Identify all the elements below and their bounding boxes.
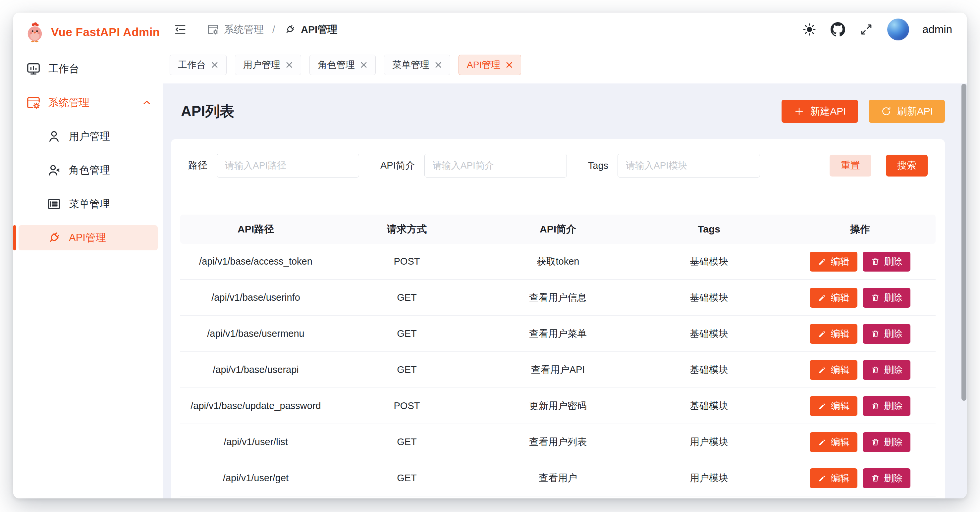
pencil-icon bbox=[818, 293, 827, 302]
trash-icon bbox=[871, 437, 880, 447]
edit-label: 编辑 bbox=[831, 255, 850, 268]
pencil-icon bbox=[818, 257, 827, 266]
close-icon[interactable] bbox=[286, 61, 293, 68]
chevron-up-icon[interactable] bbox=[141, 97, 153, 108]
edit-button[interactable]: 编辑 bbox=[810, 468, 858, 488]
edit-button[interactable]: 编辑 bbox=[810, 360, 858, 380]
fullscreen-icon[interactable] bbox=[859, 22, 874, 37]
edit-label: 编辑 bbox=[831, 328, 850, 340]
sidebar: Vue FastAPI Admin 工作台 bbox=[13, 13, 163, 498]
avatar[interactable] bbox=[887, 19, 909, 40]
path-filter-input[interactable] bbox=[217, 154, 359, 178]
scrollbar[interactable] bbox=[961, 84, 966, 401]
delete-button[interactable]: 删除 bbox=[863, 288, 910, 308]
search-button[interactable]: 搜索 bbox=[886, 155, 928, 176]
sidebar-item-label: 系统管理 bbox=[48, 96, 89, 110]
column-api-path: API路径 bbox=[180, 223, 331, 236]
tags-filter-input[interactable] bbox=[617, 154, 760, 178]
edit-button[interactable]: 编辑 bbox=[810, 288, 858, 308]
table-row: /api/v1/base/userinfo GET 查看用户信息 基础模块 bbox=[180, 280, 935, 316]
close-icon[interactable] bbox=[435, 61, 442, 68]
breadcrumb-api[interactable]: API管理 bbox=[283, 23, 337, 37]
pencil-icon bbox=[818, 437, 827, 447]
create-api-button[interactable]: 新建API bbox=[781, 100, 858, 123]
cell-api-path: /api/v1/user/list bbox=[180, 436, 331, 447]
summary-filter-input[interactable] bbox=[425, 154, 567, 178]
sidebar-item-label: 工作台 bbox=[48, 62, 79, 76]
refresh-icon bbox=[881, 106, 892, 117]
cell-tag: 基础模块 bbox=[633, 255, 784, 268]
breadcrumb-separator: / bbox=[272, 24, 275, 35]
cell-actions: 编辑 删除 bbox=[784, 324, 935, 344]
refresh-api-button[interactable]: 刷新API bbox=[869, 100, 945, 123]
menu-fold-icon[interactable] bbox=[170, 19, 191, 40]
cell-summary: 查看用户 bbox=[482, 472, 633, 485]
cell-method: GET bbox=[331, 364, 482, 375]
system-settings-icon bbox=[26, 95, 41, 110]
filter-bar: 路径 API简介 Tags 重置 搜索 bbox=[180, 154, 935, 178]
table-body: /api/v1/base/access_token POST 获取token 基… bbox=[180, 244, 935, 496]
content-area: API列表 新建API bbox=[163, 83, 967, 498]
tab-tag[interactable]: 用户管理 bbox=[235, 55, 301, 75]
sidebar-item-label: API管理 bbox=[69, 231, 106, 245]
sidebar-item-system[interactable]: 系统管理 bbox=[19, 90, 158, 115]
cell-method: POST bbox=[331, 401, 482, 411]
cell-tag: 基础模块 bbox=[633, 327, 784, 340]
cell-tag: 基础模块 bbox=[633, 363, 784, 377]
delete-label: 删除 bbox=[884, 328, 902, 340]
github-icon[interactable] bbox=[830, 22, 845, 37]
cell-api-path: /api/v1/base/userinfo bbox=[180, 292, 331, 303]
cell-summary: 查看用户API bbox=[482, 363, 633, 377]
edit-label: 编辑 bbox=[831, 364, 850, 376]
reset-button[interactable]: 重置 bbox=[830, 155, 871, 176]
edit-button[interactable]: 编辑 bbox=[810, 432, 858, 452]
sidebar-item-label: 角色管理 bbox=[69, 163, 110, 177]
tags-filter-label: Tags bbox=[588, 160, 608, 171]
sidebar-item-role-management[interactable]: 角色管理 bbox=[19, 157, 158, 183]
cell-actions: 编辑 删除 bbox=[784, 468, 935, 488]
app-title: Vue FastAPI Admin bbox=[51, 25, 160, 39]
tab-tag[interactable]: 菜单管理 bbox=[384, 55, 450, 75]
page-header: API列表 新建API bbox=[171, 98, 945, 124]
edit-button[interactable]: 编辑 bbox=[810, 324, 858, 344]
sidebar-item-menu-management[interactable]: 菜单管理 bbox=[19, 191, 158, 216]
trash-icon bbox=[871, 329, 880, 339]
close-icon[interactable] bbox=[506, 61, 513, 68]
sidebar-item-user-management[interactable]: 用户管理 bbox=[19, 124, 158, 149]
menu-list-icon bbox=[46, 196, 62, 211]
delete-button[interactable]: 删除 bbox=[863, 396, 910, 416]
page-title: API列表 bbox=[181, 102, 234, 121]
edit-button[interactable]: 编辑 bbox=[810, 396, 858, 416]
close-icon[interactable] bbox=[211, 61, 218, 68]
sidebar-item-api-management[interactable]: API管理 bbox=[19, 225, 158, 250]
tab-tag[interactable]: 工作台 bbox=[170, 55, 227, 75]
delete-label: 删除 bbox=[884, 472, 902, 485]
username[interactable]: admin bbox=[922, 23, 952, 36]
trash-icon bbox=[871, 401, 880, 411]
delete-button[interactable]: 删除 bbox=[863, 324, 910, 344]
sidebar-item-workbench[interactable]: 工作台 bbox=[19, 56, 158, 81]
screenshot-canvas: Vue FastAPI Admin 工作台 bbox=[0, 0, 980, 512]
sun-icon[interactable] bbox=[802, 22, 817, 37]
tab-tag[interactable]: 角色管理 bbox=[309, 55, 376, 75]
delete-button[interactable]: 删除 bbox=[863, 360, 910, 380]
edit-label: 编辑 bbox=[831, 400, 850, 412]
delete-button[interactable]: 删除 bbox=[863, 468, 910, 488]
table-row: /api/v1/base/access_token POST 获取token 基… bbox=[180, 244, 935, 280]
tab-tag[interactable]: API管理 bbox=[458, 55, 521, 75]
delete-button[interactable]: 删除 bbox=[863, 252, 910, 272]
cell-actions: 编辑 删除 bbox=[784, 360, 935, 380]
create-api-label: 新建API bbox=[810, 105, 846, 118]
app-logo[interactable]: Vue FastAPI Admin bbox=[13, 13, 163, 52]
breadcrumb-system[interactable]: 系统管理 bbox=[207, 23, 264, 37]
plus-icon bbox=[794, 106, 805, 117]
table-row: /api/v1/user/list GET 查看用户列表 用户模块 bbox=[180, 424, 935, 460]
delete-label: 删除 bbox=[884, 436, 902, 448]
tag-label: API管理 bbox=[467, 59, 500, 71]
cell-api-path: /api/v1/base/access_token bbox=[180, 256, 331, 267]
main-area: 系统管理 / API管理 bbox=[163, 13, 967, 498]
delete-button[interactable]: 删除 bbox=[863, 432, 910, 452]
close-icon[interactable] bbox=[360, 61, 368, 68]
edit-button[interactable]: 编辑 bbox=[810, 252, 858, 272]
breadcrumb-label: 系统管理 bbox=[224, 23, 264, 37]
